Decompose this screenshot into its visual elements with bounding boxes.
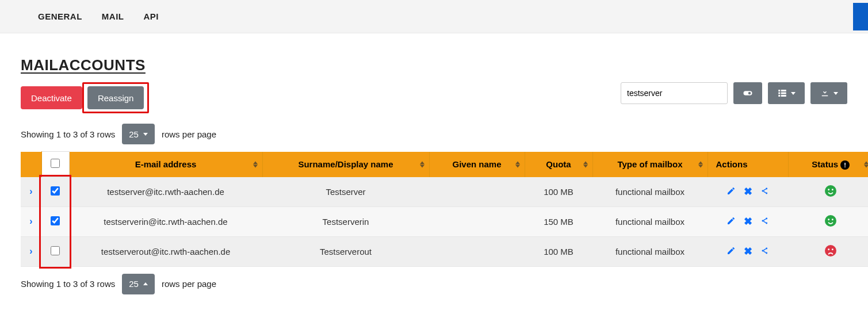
svg-rect-3 <box>781 90 786 91</box>
cell-given <box>429 177 525 207</box>
status-ok-icon <box>825 215 836 227</box>
pagination-bottom: Showing 1 to 3 of 3 rows 25 rows per pag… <box>21 274 847 294</box>
reassign-button[interactable]: Reassign <box>87 86 144 109</box>
page-title: MAILACCOUNTS <box>21 56 847 74</box>
delete-icon[interactable]: ✖ <box>744 215 752 228</box>
rows-per-page-label: rows per page <box>162 129 216 139</box>
download-icon <box>820 88 830 98</box>
page-size-select[interactable]: 25 <box>122 274 155 294</box>
caret-down-icon <box>791 92 796 95</box>
col-actions-header: Actions <box>708 152 788 177</box>
table-row: ›testserverout@itc.rwth-aachen.deTestser… <box>21 236 868 266</box>
cell-quota: 150 MB <box>525 206 592 236</box>
status-error-icon <box>825 245 836 256</box>
cell-email: testserverout@itc.rwth-aachen.de <box>69 236 262 266</box>
row-checkbox-cell <box>41 206 69 236</box>
svg-point-22 <box>832 248 833 250</box>
highlight-reassign: Reassign <box>82 82 150 113</box>
svg-point-1 <box>748 92 751 95</box>
deactivate-button[interactable]: Deactivate <box>21 86 82 109</box>
svg-rect-2 <box>778 90 780 91</box>
delete-icon[interactable]: ✖ <box>744 185 752 198</box>
svg-rect-6 <box>778 95 780 97</box>
select-all-checkbox[interactable] <box>51 159 60 168</box>
cell-type: functional mailbox <box>592 236 708 266</box>
svg-point-21 <box>828 248 829 250</box>
cell-quota: 100 MB <box>525 236 592 266</box>
page-size-select[interactable]: 25 <box>122 124 155 144</box>
cell-given <box>429 236 525 266</box>
right-indicator <box>853 3 868 30</box>
col-type-header[interactable]: Type of mailbox <box>592 152 708 177</box>
cell-given <box>429 206 525 236</box>
svg-rect-5 <box>781 93 786 94</box>
row-checkbox[interactable] <box>51 186 60 196</box>
table-row: ›testserver@itc.rwth-aachen.deTestserver… <box>21 177 868 207</box>
row-checkbox[interactable] <box>51 246 60 255</box>
caret-down-icon <box>833 92 838 95</box>
table-row: ›testserverin@itc.rwth-aachen.deTestserv… <box>21 206 868 236</box>
export-button[interactable] <box>810 82 847 104</box>
tab-mail[interactable]: MAIL <box>102 12 124 21</box>
expand-row-icon[interactable]: › <box>29 186 32 196</box>
cell-email: testserverin@itc.rwth-aachen.de <box>69 206 262 236</box>
tab-api[interactable]: API <box>144 12 159 21</box>
toggle-icon <box>743 88 753 98</box>
caret-up-icon <box>143 282 148 285</box>
caret-down-icon <box>143 133 148 136</box>
table-header-row: E-mail address Surname/Display name Give… <box>21 152 868 177</box>
svg-point-17 <box>832 219 833 220</box>
tab-general[interactable]: GENERAL <box>38 12 82 21</box>
edit-icon[interactable] <box>726 246 736 257</box>
rows-per-page-label: rows per page <box>162 279 216 289</box>
showing-text: Showing 1 to 3 of 3 rows <box>21 129 115 139</box>
edit-icon[interactable] <box>726 216 736 227</box>
col-given-header[interactable]: Given name <box>429 152 525 177</box>
info-icon: ! <box>840 160 850 170</box>
svg-rect-4 <box>778 93 780 94</box>
cell-surname: Testserverout <box>262 236 429 266</box>
bulk-action-buttons: Deactivate Reassign <box>21 82 149 113</box>
row-checkbox[interactable] <box>51 216 60 225</box>
col-quota-header[interactable]: Quota <box>525 152 592 177</box>
col-check-header[interactable] <box>41 152 69 177</box>
top-tab-bar: GENERAL MAIL API <box>0 0 868 33</box>
search-input[interactable] <box>621 82 728 104</box>
col-status-header[interactable]: Status! <box>788 152 868 177</box>
col-email-header[interactable]: E-mail address <box>69 152 262 177</box>
share-icon[interactable] <box>760 186 770 197</box>
expand-row-icon[interactable]: › <box>29 246 32 256</box>
showing-text: Showing 1 to 3 of 3 rows <box>21 279 115 289</box>
svg-rect-7 <box>781 95 786 97</box>
row-checkbox-cell <box>41 177 69 207</box>
list-icon <box>777 88 787 98</box>
cell-surname: Testserverin <box>262 206 429 236</box>
col-surname-header[interactable]: Surname/Display name <box>262 152 429 177</box>
cell-type: functional mailbox <box>592 177 708 207</box>
edit-icon[interactable] <box>726 186 736 197</box>
cell-type: functional mailbox <box>592 206 708 236</box>
row-checkbox-cell <box>41 236 69 266</box>
mailaccounts-table: E-mail address Surname/Display name Give… <box>21 151 868 267</box>
pagination-top: Showing 1 to 3 of 3 rows 25 rows per pag… <box>21 124 847 144</box>
delete-icon[interactable]: ✖ <box>744 245 752 258</box>
toggle-button[interactable] <box>733 82 762 104</box>
svg-point-12 <box>832 189 833 190</box>
share-icon[interactable] <box>760 246 770 257</box>
cell-surname: Testserver <box>262 177 429 207</box>
status-ok-icon <box>825 185 836 197</box>
col-expand-header <box>21 152 41 177</box>
expand-row-icon[interactable]: › <box>29 216 32 226</box>
share-icon[interactable] <box>760 216 770 227</box>
svg-point-11 <box>828 189 829 190</box>
columns-button[interactable] <box>768 82 805 104</box>
svg-point-16 <box>828 219 829 220</box>
cell-email: testserver@itc.rwth-aachen.de <box>69 177 262 207</box>
cell-quota: 100 MB <box>525 177 592 207</box>
